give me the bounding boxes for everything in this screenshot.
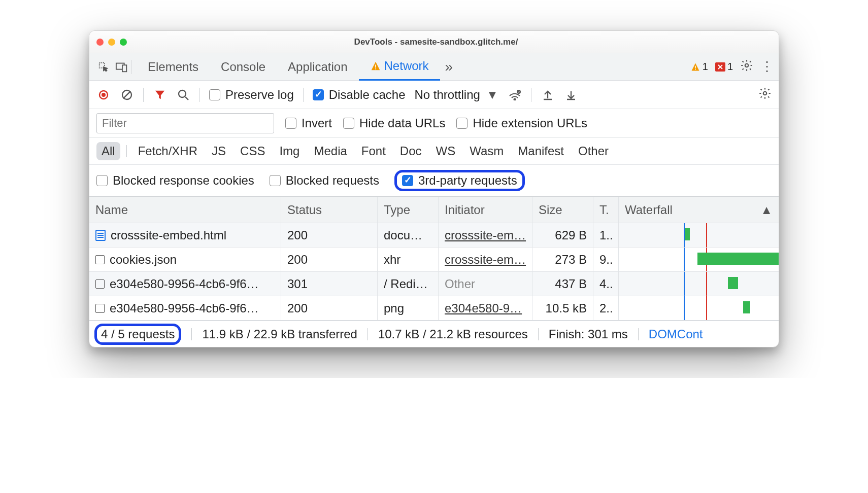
- request-name: cookies.json: [110, 253, 177, 267]
- svg-point-13: [179, 90, 186, 97]
- invert-checkbox[interactable]: Invert: [285, 116, 332, 130]
- svg-line-12: [123, 91, 130, 98]
- hide-data-urls-checkbox[interactable]: Hide data URLs: [343, 116, 445, 130]
- filter-other[interactable]: Other: [573, 142, 614, 160]
- table-row[interactable]: crosssite-embed.html200docu…crosssite-em…: [89, 223, 779, 248]
- filter-manifest[interactable]: Manifest: [513, 142, 569, 160]
- col-name[interactable]: Name: [89, 197, 281, 223]
- network-settings-icon[interactable]: [758, 87, 772, 103]
- filter-doc[interactable]: Doc: [395, 142, 427, 160]
- filter-all[interactable]: All: [96, 142, 120, 160]
- col-status[interactable]: Status: [281, 197, 378, 223]
- sort-asc-icon: ▲: [760, 203, 773, 217]
- col-size[interactable]: Size: [532, 197, 593, 223]
- throttling-select[interactable]: No throttling▼: [414, 88, 498, 102]
- search-icon[interactable]: [176, 89, 190, 100]
- request-status: 200: [281, 223, 378, 247]
- filter-wasm[interactable]: Wasm: [464, 142, 509, 160]
- devtools-window: DevTools - samesite-sandbox.glitch.me/ E…: [89, 30, 779, 347]
- request-type: docu…: [378, 223, 439, 247]
- tab-network[interactable]: Network: [359, 53, 440, 81]
- network-conditions-icon[interactable]: [508, 89, 522, 100]
- maximize-window-icon[interactable]: [120, 39, 127, 46]
- request-time: 9..: [593, 248, 619, 271]
- request-time: 4..: [593, 272, 619, 296]
- svg-rect-6: [695, 69, 696, 70]
- svg-rect-3: [375, 65, 376, 68]
- chevron-down-icon: ▼: [486, 88, 498, 102]
- waterfall-cell: [619, 248, 779, 271]
- request-type: / Redi…: [378, 272, 439, 296]
- close-window-icon[interactable]: [96, 39, 104, 46]
- request-size: 629 B: [532, 223, 593, 247]
- clear-button[interactable]: [120, 89, 134, 100]
- filter-css[interactable]: CSS: [235, 142, 270, 160]
- upload-har-icon[interactable]: [541, 89, 555, 100]
- record-button[interactable]: [96, 89, 111, 100]
- file-icon: [95, 279, 105, 289]
- disable-cache-checkbox[interactable]: Disable cache: [313, 88, 406, 102]
- initiator-link[interactable]: crosssite-em…: [445, 228, 526, 242]
- request-type: xhr: [378, 248, 439, 271]
- settings-icon[interactable]: [740, 59, 753, 75]
- device-mode-icon[interactable]: [113, 61, 131, 73]
- svg-point-10: [102, 93, 106, 97]
- filter-bar: Invert Hide data URLs Hide extension URL…: [89, 109, 779, 138]
- request-status: 200: [281, 248, 378, 271]
- filter-fetchxhr[interactable]: Fetch/XHR: [133, 142, 203, 160]
- table-row[interactable]: cookies.json200xhrcrosssite-em…273 B9..: [89, 248, 779, 272]
- hide-extension-urls-checkbox[interactable]: Hide extension URLs: [456, 116, 587, 130]
- kebab-menu-icon[interactable]: ⋮: [760, 59, 774, 75]
- filter-toggle-icon[interactable]: [153, 90, 167, 100]
- resources-size: 10.7 kB / 21.2 kB resources: [378, 327, 528, 341]
- status-bar: 4 / 5 requests 11.9 kB / 22.9 kB transfe…: [89, 321, 779, 347]
- requests-count: 4 / 5 requests: [94, 324, 181, 345]
- initiator-link[interactable]: e304e580-9…: [445, 301, 522, 315]
- download-har-icon[interactable]: [564, 89, 578, 100]
- filter-ws[interactable]: WS: [431, 142, 461, 160]
- devtools-tabs: Elements Console Application Network » 1…: [89, 53, 779, 81]
- waterfall-cell: [619, 296, 779, 320]
- col-time[interactable]: T.: [593, 197, 619, 223]
- blocked-requests-checkbox[interactable]: Blocked requests: [270, 173, 379, 188]
- col-waterfall[interactable]: Waterfall▲: [619, 197, 779, 223]
- col-type[interactable]: Type: [378, 197, 439, 223]
- inspect-element-icon[interactable]: [94, 61, 113, 73]
- waterfall-cell: [619, 223, 779, 247]
- filter-font[interactable]: Font: [356, 142, 391, 160]
- request-time: 1..: [593, 223, 619, 247]
- filter-media[interactable]: Media: [309, 142, 352, 160]
- preserve-log-checkbox[interactable]: Preserve log: [209, 88, 294, 102]
- filter-input[interactable]: [96, 113, 274, 133]
- third-party-requests-checkbox[interactable]: 3rd-party requests: [394, 170, 525, 191]
- table-row[interactable]: e304e580-9956-4cb6-9f6…200pnge304e580-9……: [89, 296, 779, 321]
- filter-img[interactable]: Img: [274, 142, 305, 160]
- document-icon: [95, 230, 106, 241]
- tab-application[interactable]: Application: [277, 53, 358, 81]
- request-time: 2..: [593, 296, 619, 320]
- request-size: 437 B: [532, 272, 593, 296]
- tab-console[interactable]: Console: [210, 53, 277, 81]
- more-tabs-icon[interactable]: »: [440, 53, 458, 81]
- table-header: Name Status Type Initiator Size T. Water…: [89, 197, 779, 223]
- request-name: crosssite-embed.html: [111, 228, 226, 242]
- svg-point-8: [745, 63, 749, 67]
- table-row[interactable]: e304e580-9956-4cb6-9f6…301/ Redi…Other43…: [89, 272, 779, 296]
- tab-elements[interactable]: Elements: [137, 53, 210, 81]
- svg-line-14: [185, 97, 188, 100]
- svg-rect-2: [122, 65, 126, 72]
- waterfall-cell: [619, 272, 779, 296]
- transferred-size: 11.9 kB / 22.9 kB transferred: [202, 327, 357, 341]
- blocked-response-cookies-checkbox[interactable]: Blocked response cookies: [96, 173, 254, 188]
- svg-rect-4: [375, 68, 376, 69]
- warnings-badge[interactable]: 1: [690, 61, 708, 73]
- file-icon: [95, 255, 105, 264]
- initiator-link[interactable]: crosssite-em…: [445, 253, 526, 267]
- minimize-window-icon[interactable]: [108, 39, 115, 46]
- col-initiator[interactable]: Initiator: [439, 197, 532, 223]
- window-controls: [96, 39, 127, 46]
- filter-js[interactable]: JS: [207, 142, 231, 160]
- request-list: crosssite-embed.html200docu…crosssite-em…: [89, 223, 779, 321]
- errors-badge[interactable]: 1: [715, 61, 733, 73]
- svg-point-15: [514, 98, 515, 100]
